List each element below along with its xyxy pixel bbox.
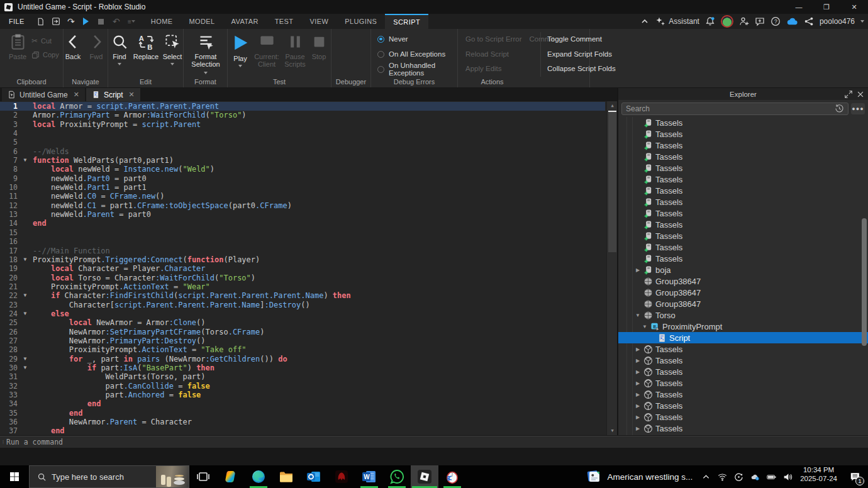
taskbar-app-file-explorer[interactable] (272, 465, 300, 488)
editor-scrollbar-thumb[interactable] (608, 111, 616, 252)
tree-item-tassels[interactable]: Tassels (618, 128, 868, 140)
taskbar-search-input[interactable]: Type here to search (29, 465, 189, 488)
code-line[interactable]: 1local Armor = script.Parent.Parent.Pare… (0, 102, 605, 111)
tree-item-torso[interactable]: ▼Torso (618, 309, 868, 321)
tree-item-tassels[interactable]: Tassels (618, 241, 868, 253)
scroll-down-icon[interactable]: ▼ (607, 426, 617, 435)
code-line[interactable]: 7▼function WeldParts(part0,part1) (0, 156, 605, 165)
fold-arrow-icon[interactable]: ▼ (18, 291, 33, 300)
chevron-right-icon[interactable]: ▶ (635, 414, 641, 420)
menu-tab-model[interactable]: MODEL (181, 14, 223, 29)
doc-tab-untitled-game[interactable]: Untitled Game✕ (2, 88, 85, 101)
code-line[interactable]: 9 newWeld.Part0 = part0 (0, 174, 605, 183)
explorer-search-input[interactable]: Search (621, 103, 849, 115)
reload-script-button[interactable]: Reload Script (465, 47, 537, 62)
doc-tab-script[interactable]: Script✕ (86, 88, 140, 101)
tree-item-tassels[interactable]: Tassels (618, 208, 868, 219)
code-line[interactable]: 29▼ for _, part in pairs (NewArmor:GetCh… (0, 355, 605, 363)
paste-button[interactable]: Paste (1, 33, 34, 60)
code-line[interactable]: 2Armor.PrimaryPart = Armor:WaitForChild(… (0, 111, 605, 119)
chevron-right-icon[interactable]: ▶ (635, 403, 641, 409)
pop-in-icon[interactable] (844, 90, 853, 99)
code-line[interactable]: 12 newWeld.C1 = part1.CFrame:toObjectSpa… (0, 201, 605, 210)
taskbar-app-roblox-studio[interactable] (411, 465, 438, 488)
forward-button[interactable]: Fwd (84, 33, 109, 60)
tray-volume-icon[interactable] (781, 468, 794, 485)
play-button[interactable]: Play (228, 33, 253, 67)
pause-scripts-button[interactable]: PauseScripts (281, 33, 309, 68)
tree-item-tassels[interactable]: Tassels (618, 151, 868, 162)
user-menu-caret-icon[interactable] (860, 20, 864, 23)
command-bar-grip[interactable]: ⁞ (0, 439, 6, 445)
code-line[interactable]: 28 ProximityPrompt.ActionText = "Take of… (0, 345, 605, 354)
explorer-options-icon[interactable]: ●●● (851, 103, 865, 114)
chevron-right-icon[interactable]: ▶ (635, 347, 641, 352)
code-line[interactable]: 6--/Welds (0, 147, 605, 156)
code-line[interactable]: 3local ProximityPrompt = script.Parent (0, 120, 605, 129)
maximize-button[interactable]: ❐ (813, 0, 840, 14)
close-tab-icon[interactable]: ✕ (74, 91, 79, 99)
code-line[interactable]: 33 part.Anchored = false (0, 391, 605, 399)
taskbar-app-copilot[interactable] (217, 465, 245, 488)
code-line[interactable]: 36 NewArmor.Parent = Character (0, 418, 605, 426)
history-icon[interactable] (835, 104, 844, 113)
code-line[interactable]: 26 NewArmor:SetPrimaryPartCFrame(Torso.C… (0, 328, 605, 336)
apply-edits-button[interactable]: Apply Edits (465, 62, 537, 77)
code-line[interactable]: 34 end (0, 399, 605, 408)
collapse-ribbon-icon[interactable] (640, 16, 650, 26)
tree-item-tassels[interactable]: Tassels (618, 174, 868, 185)
chevron-right-icon[interactable]: ▶ (635, 267, 641, 273)
stop-quick-icon[interactable] (94, 14, 109, 28)
cut-button[interactable]: ✂Cut (31, 34, 59, 48)
tree-item-tassels[interactable]: ▶Tassels (618, 423, 868, 434)
chevron-right-icon[interactable]: ▶ (635, 369, 641, 375)
tree-item-proximityprompt[interactable]: ▼EProximityPrompt (618, 321, 868, 332)
taskbar-app-red-app[interactable] (328, 465, 355, 488)
code-line[interactable]: 14end (0, 219, 605, 228)
find-button[interactable]: Find (108, 33, 131, 65)
scroll-up-icon[interactable]: ▲ (607, 101, 617, 110)
command-bar[interactable]: ⁞ Run a command (0, 436, 868, 448)
menu-tab-home[interactable]: HOME (143, 14, 181, 29)
tree-item-tassels[interactable]: Tassels (618, 230, 868, 241)
username[interactable]: pooloo476 (820, 17, 855, 26)
menu-tab-avatar[interactable]: AVATAR (223, 14, 267, 29)
fold-arrow-icon[interactable]: ▼ (18, 255, 33, 264)
minimize-button[interactable]: — (785, 0, 813, 14)
code-line[interactable]: 18▼ProximityPrompt.Triggered:Connect(fun… (0, 255, 605, 264)
current-client-button[interactable]: Current:Client (252, 33, 282, 68)
play-quick-icon[interactable] (79, 14, 94, 28)
assistant-button[interactable]: Assistant (655, 16, 699, 26)
goto-script-error-button[interactable]: Go to Script Error (465, 32, 521, 47)
code-line[interactable]: 20 local Torso = Character:WaitForChild(… (0, 274, 605, 282)
undo-icon[interactable]: ↶ (109, 14, 124, 28)
code-line[interactable]: 11 newWeld.C0 = CFrame.new() (0, 192, 605, 201)
tray-onedrive-icon[interactable] (748, 468, 762, 485)
code-line[interactable]: 16 (0, 237, 605, 246)
fold-arrow-icon[interactable]: ▼ (18, 363, 33, 372)
tree-item-tassels[interactable]: Tassels (618, 196, 868, 208)
stop-button[interactable]: Stop (307, 33, 331, 60)
taskbar-app-whatsapp[interactable] (383, 465, 411, 488)
code-line[interactable]: 4 (0, 129, 605, 138)
tree-item-boja[interactable]: ▶boja (618, 264, 868, 275)
notifications-bell-icon[interactable] (705, 16, 715, 26)
tree-item-tassels[interactable]: ▶Tassels (618, 400, 868, 411)
tree-item-tassels[interactable]: ▶Tassels (618, 366, 868, 377)
code-line[interactable]: 15 (0, 228, 605, 237)
expand-script-folds-button[interactable]: Expand Script Folds (547, 47, 616, 62)
tree-item-script[interactable]: Script (618, 332, 868, 343)
debug-radio-1[interactable]: On All Exceptions (377, 47, 457, 62)
taskbar-app-word[interactable]: W (355, 465, 383, 488)
menu-tab-view[interactable]: VIEW (301, 14, 337, 29)
code-line[interactable]: 23 Character[script.Parent.Parent.Parent… (0, 301, 605, 309)
chevron-down-icon[interactable]: ▼ (642, 324, 648, 330)
code-line[interactable]: 8 local newWeld = Instance.new("Weld") (0, 165, 605, 174)
close-panel-icon[interactable] (856, 90, 865, 99)
feedback-icon[interactable] (755, 16, 765, 26)
tree-item-tassels[interactable]: Tassels (618, 117, 868, 128)
tree-item-tassels[interactable]: Tassels (618, 219, 868, 230)
tree-item-tassels[interactable]: Tassels (618, 185, 868, 196)
code-line[interactable]: 37 end (0, 426, 605, 435)
code-line[interactable]: 27 NewArmor.PrimaryPart:Destroy() (0, 336, 605, 345)
